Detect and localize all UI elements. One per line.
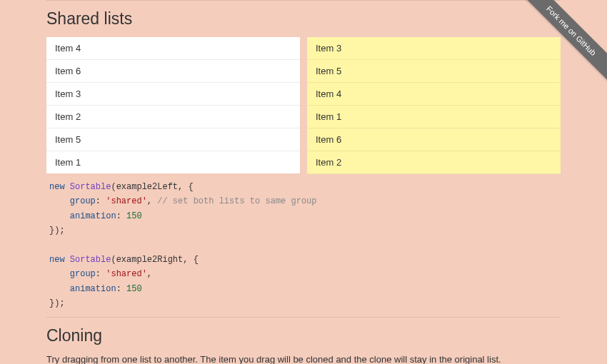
code-token: new — [49, 182, 65, 192]
shared-lists-row: Item 4 Item 6 Item 3 Item 2 Item 5 Item … — [46, 37, 561, 174]
code-token: // set both lists to same group — [157, 196, 316, 206]
code-token: new — [49, 255, 65, 265]
code-token: { — [194, 255, 199, 265]
shared-list-right[interactable]: Item 3 Item 5 Item 4 Item 1 Item 6 Item … — [307, 37, 561, 174]
code-token: : — [116, 284, 126, 294]
code-token: example2Left — [116, 182, 178, 192]
list-item[interactable]: Item 6 — [46, 60, 300, 83]
code-token: : — [96, 269, 106, 279]
code-token: 150 — [126, 211, 142, 221]
list-item[interactable]: Item 5 — [307, 60, 561, 83]
code-token: }); — [49, 298, 65, 308]
code-token: }); — [49, 226, 65, 236]
list-item[interactable]: Item 2 — [46, 106, 300, 128]
cloning-description: Try dragging from one list to another. T… — [46, 354, 561, 364]
list-item[interactable]: Item 4 — [307, 83, 561, 106]
list-item[interactable]: Item 3 — [46, 83, 300, 106]
section-divider — [46, 0, 561, 1]
section-title-shared: Shared lists — [46, 9, 561, 29]
code-token: ( — [111, 182, 116, 192]
list-item[interactable]: Item 1 — [307, 106, 561, 128]
section-divider — [46, 317, 561, 318]
section-title-cloning: Cloning — [46, 326, 561, 345]
code-sample-shared: new Sortable(example2Left, { group: 'sha… — [46, 174, 561, 317]
code-token: group — [70, 196, 96, 206]
list-item[interactable]: Item 5 — [46, 128, 300, 151]
list-item[interactable]: Item 3 — [307, 37, 561, 60]
code-token: group — [70, 269, 96, 279]
code-token: 'shared' — [106, 196, 147, 206]
code-token: , — [178, 182, 188, 192]
code-token: animation — [70, 284, 116, 294]
code-token: : — [96, 196, 106, 206]
code-token: { — [188, 182, 193, 192]
code-token: 'shared' — [106, 269, 147, 279]
code-token: : — [116, 211, 126, 221]
list-item[interactable]: Item 4 — [46, 37, 300, 60]
code-token: ( — [111, 255, 116, 265]
list-item[interactable]: Item 6 — [307, 128, 561, 151]
code-token: Sortable — [70, 182, 111, 192]
list-item[interactable]: Item 2 — [307, 151, 561, 174]
code-token: example2Right — [116, 255, 184, 265]
code-token: Sortable — [70, 255, 111, 265]
code-token: , — [183, 255, 193, 265]
code-token: 150 — [126, 284, 142, 294]
code-token: animation — [70, 211, 116, 221]
list-item[interactable]: Item 1 — [46, 151, 300, 173]
shared-list-left[interactable]: Item 4 Item 6 Item 3 Item 2 Item 5 Item … — [46, 37, 300, 173]
